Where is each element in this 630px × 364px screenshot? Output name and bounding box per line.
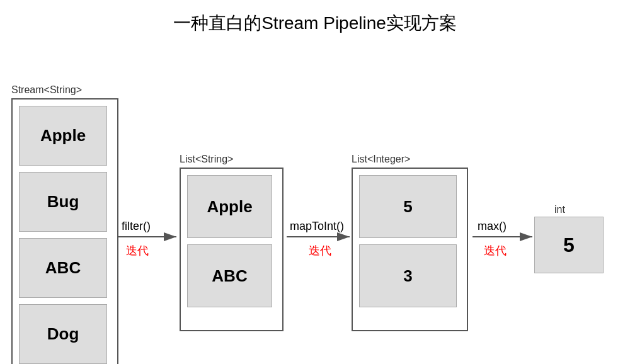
stream-item-abc: ABC xyxy=(19,238,107,298)
filter-iter-label: 迭代 xyxy=(126,243,149,258)
result-box: 5 xyxy=(534,217,604,273)
stream-item-bug: Bug xyxy=(19,172,107,232)
filter-op-label: filter() xyxy=(122,220,151,233)
stream-item-dog: Dog xyxy=(19,304,107,364)
list1-label: List<String> xyxy=(180,154,233,165)
stream-item-apple: Apple xyxy=(19,106,107,166)
list1-item-apple: Apple xyxy=(187,175,272,238)
list2-item-5: 5 xyxy=(359,175,457,238)
page-title: 一种直白的Stream Pipeline实现方案 xyxy=(0,0,630,42)
stream-container: Apple Bug ABC Dog xyxy=(11,98,118,364)
stream-label: Stream<String> xyxy=(11,84,82,96)
list1-container: Apple ABC xyxy=(180,168,284,331)
list2-item-3: 3 xyxy=(359,244,457,307)
list1-item-abc: ABC xyxy=(187,244,272,307)
maptoint-op-label: mapToInt() xyxy=(290,220,344,233)
maptoint-iter-label: 迭代 xyxy=(309,243,331,258)
list2-label: List<Integer> xyxy=(352,154,410,165)
max-op-label: max() xyxy=(478,220,507,233)
max-iter-label: 迭代 xyxy=(484,243,507,258)
int-label: int xyxy=(554,204,565,215)
list2-container: 5 3 xyxy=(352,168,468,331)
